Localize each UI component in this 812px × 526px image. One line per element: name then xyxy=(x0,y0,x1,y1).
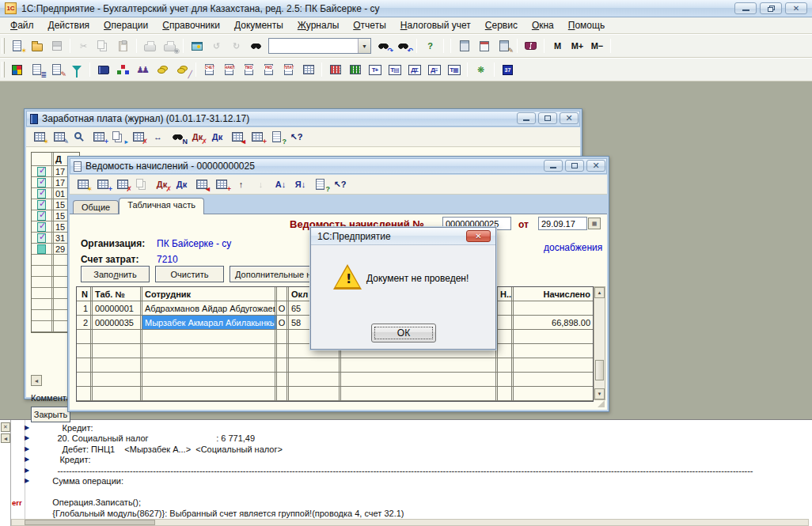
sort-desc-icon[interactable]: Я↓ xyxy=(291,176,309,193)
delete-row-icon[interactable]: ✗ xyxy=(113,176,131,193)
sort-asc-icon[interactable]: А↓ xyxy=(271,176,290,193)
close-button[interactable]: ✕ xyxy=(785,2,807,14)
chevron-down-icon[interactable]: ▼ xyxy=(358,39,370,53)
resize-grip[interactable] xyxy=(598,400,605,407)
t-account-new-icon[interactable]: Т+ xyxy=(366,62,384,78)
restore-button[interactable] xyxy=(760,2,782,14)
view-document-icon[interactable] xyxy=(70,129,88,146)
find-next-icon[interactable]: ↷ xyxy=(374,38,393,55)
org-structure-icon[interactable] xyxy=(114,62,132,78)
table-empty-row[interactable] xyxy=(77,373,593,387)
context-help-icon[interactable]: ↖? xyxy=(287,129,305,146)
employees-icon[interactable]: ♟♟ xyxy=(134,62,152,78)
open-folder-icon[interactable] xyxy=(28,38,46,55)
notebook-icon[interactable]: ≣ xyxy=(28,62,46,78)
expense-account-value[interactable]: 7210 xyxy=(157,254,178,265)
help-icon[interactable]: ? xyxy=(268,129,286,146)
calendar-icon[interactable] xyxy=(475,38,493,55)
cell-accrual-type[interactable] xyxy=(498,316,514,329)
edit-document-icon[interactable]: ✎ xyxy=(50,129,68,146)
find-icon[interactable] xyxy=(247,38,265,55)
statement-maximize-button[interactable] xyxy=(565,160,584,172)
post-document-icon[interactable]: Дк xyxy=(208,129,226,146)
copy-document-icon[interactable]: ▸ xyxy=(109,129,127,146)
table-scrollbar[interactable]: ▲ ▼ xyxy=(594,286,605,400)
cash-in-doc-icon[interactable]: ПКО xyxy=(240,62,258,78)
journal-maximize-button[interactable] xyxy=(538,112,557,124)
guide-cube-icon[interactable] xyxy=(8,62,26,78)
context-help-icon[interactable]: ↖? xyxy=(331,176,349,193)
journal-close-button[interactable]: ✕ xyxy=(560,112,579,124)
document-list-icon[interactable] xyxy=(299,62,317,78)
log-scroll-left-icon[interactable]: ◄ xyxy=(1,433,10,443)
minimize-button[interactable] xyxy=(734,2,757,14)
journal-minimize-button[interactable] xyxy=(517,112,536,124)
invoice-doc-icon[interactable]: СЧЕТ xyxy=(200,62,218,78)
window-37-icon[interactable]: 37 xyxy=(499,62,517,78)
calendar-picker-icon[interactable]: ▦ xyxy=(588,218,601,229)
close-journal-button[interactable]: Закрыть xyxy=(31,407,70,422)
new-document-icon[interactable]: ✶ xyxy=(30,129,48,146)
column-width-icon[interactable]: ↔ xyxy=(149,129,167,146)
user-monitor-icon[interactable] xyxy=(188,38,206,55)
scroll-up-icon[interactable]: ▲ xyxy=(594,287,605,298)
money-wand-icon[interactable]: ╱ xyxy=(173,62,192,78)
add-special-icon[interactable]: + xyxy=(212,176,230,193)
payment-doc-icon[interactable]: ПЛАТ xyxy=(279,62,298,78)
new-row-icon[interactable]: ✶ xyxy=(74,176,92,193)
money-coins-icon[interactable] xyxy=(154,62,172,78)
menu-item-11[interactable]: Помощь xyxy=(561,18,612,32)
document-date-input[interactable] xyxy=(541,218,584,229)
document-date-field[interactable] xyxy=(538,217,587,230)
statement-close-button[interactable]: ✕ xyxy=(586,160,605,172)
cell-tab-number[interactable]: 00000001 xyxy=(93,301,142,315)
turnover-table-icon[interactable] xyxy=(326,62,344,78)
summary-report-icon[interactable]: ДΣ xyxy=(405,62,423,78)
move-up-icon[interactable]: ↑ xyxy=(232,176,250,193)
menu-item-9[interactable]: Сервис xyxy=(478,18,525,32)
unpost-document-icon[interactable]: Дк✗ xyxy=(188,129,207,146)
journal-titlebar[interactable]: Заработная плата (журнал) (01.01.17-31.1… xyxy=(26,111,580,127)
cell-flag[interactable]: О xyxy=(277,316,289,329)
find-number-icon[interactable]: N xyxy=(169,129,187,146)
add-to-journal-icon[interactable]: + xyxy=(248,129,266,146)
palm-tree-icon[interactable]: ❋ xyxy=(472,62,490,78)
cell-accrued[interactable] xyxy=(514,301,593,315)
memory-subtract-button[interactable]: М− xyxy=(588,38,606,55)
move-row-icon[interactable]: ◄ xyxy=(192,176,211,193)
cell-employee-selected[interactable]: Мырзабек Акмарал Абилакынкы xyxy=(142,316,277,329)
department-value-fragment[interactable]: доснабжения xyxy=(544,242,602,253)
table-empty-row[interactable] xyxy=(77,387,593,401)
add-row-icon[interactable]: + xyxy=(93,176,112,193)
description-book-icon[interactable] xyxy=(522,38,540,55)
unpost-icon[interactable]: Дк✗ xyxy=(153,176,171,193)
toolbar-grip[interactable] xyxy=(2,38,5,54)
menu-item-3[interactable]: Операции xyxy=(97,18,155,32)
post-icon[interactable]: Дк xyxy=(173,176,191,193)
menu-item-1[interactable]: Файл xyxy=(3,18,41,32)
find-prev-icon[interactable]: ↶ xyxy=(394,38,412,55)
memory-recall-button[interactable]: М xyxy=(548,38,567,55)
summary-doc-icon[interactable]: Д≡ xyxy=(425,62,443,78)
clear-button[interactable]: Очистить xyxy=(155,266,224,282)
tab-tabular-part[interactable]: Табличная часть xyxy=(119,198,204,214)
turnover-table2-icon[interactable] xyxy=(346,62,364,78)
cell-accrued[interactable]: 66,898.00 xyxy=(514,316,593,329)
additional-accruals-button[interactable]: Дополнительные начис xyxy=(230,266,313,282)
calculator-icon[interactable] xyxy=(455,38,473,55)
filter-icon[interactable] xyxy=(67,62,85,78)
menu-item-5[interactable]: Документы xyxy=(227,18,290,32)
close-log-icon[interactable]: ✕ xyxy=(1,422,10,432)
delete-document-icon[interactable]: ✗ xyxy=(129,129,147,146)
scroll-left-icon[interactable]: ◄ xyxy=(31,375,42,386)
fill-button[interactable]: Заполнить xyxy=(81,266,150,282)
tab-general[interactable]: Общие xyxy=(73,200,119,214)
value-combobox[interactable]: ▼ xyxy=(268,38,371,54)
help-icon[interactable]: ? xyxy=(311,176,329,193)
move-document-icon[interactable]: ◄ xyxy=(228,129,246,146)
menu-item-10[interactable]: Окна xyxy=(525,18,561,32)
menu-item-8[interactable]: Налоговый учет xyxy=(393,18,478,32)
log-scroll-thumb[interactable] xyxy=(25,520,155,525)
memory-add-button[interactable]: М+ xyxy=(568,38,586,55)
toolbar-grip[interactable] xyxy=(2,62,5,78)
